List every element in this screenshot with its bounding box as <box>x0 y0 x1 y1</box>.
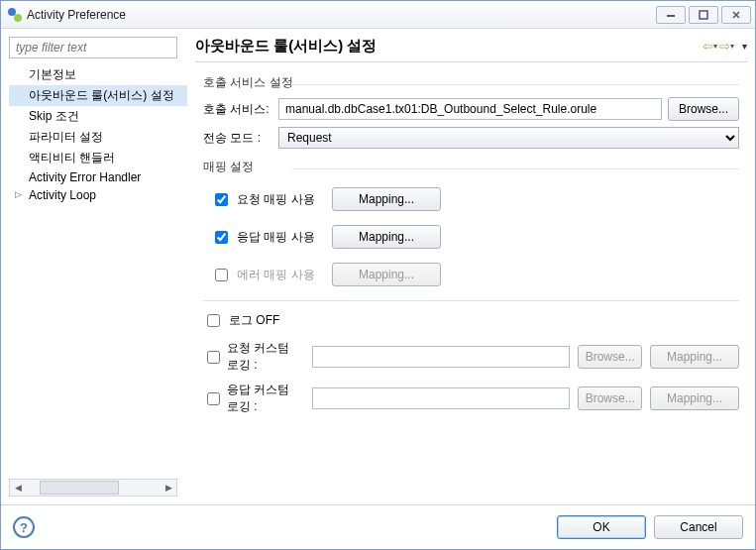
log-off-checkbox[interactable] <box>207 314 220 327</box>
error-mapping-text: 에러 매핑 사용 <box>237 267 315 283</box>
log-group: 로그 OFF 요청 커스텀 로깅 : Browse... Mapping... <box>203 311 739 415</box>
mode-select[interactable]: Request <box>278 127 739 149</box>
tree-item[interactable]: Skip 조건 <box>9 106 187 127</box>
request-logging-mapping-button[interactable]: Mapping... <box>650 345 739 369</box>
service-row: 호출 서비스: Browse... <box>203 97 739 121</box>
response-logging-input[interactable] <box>312 387 570 409</box>
response-mapping-checkbox-label[interactable]: 응답 매핑 사용 <box>211 228 320 247</box>
separator <box>203 300 739 301</box>
horizontal-scrollbar[interactable]: ◀ ▶ <box>9 479 177 496</box>
page-title: 아웃바운드 룰(서비스) 설정 <box>195 37 702 55</box>
service-label: 호출 서비스: <box>203 101 272 118</box>
svg-rect-0 <box>667 15 675 17</box>
request-logging-browse-button[interactable]: Browse... <box>578 345 642 369</box>
help-button[interactable]: ? <box>13 516 35 538</box>
forward-icon[interactable]: ⇨ <box>719 39 730 54</box>
tree-item[interactable]: Activity Loop <box>9 186 187 204</box>
content-area: 호출 서비스 설정 호출 서비스: Browse... 전송 모드 : Requ… <box>195 70 747 496</box>
error-mapping-button[interactable]: Mapping... <box>332 263 441 286</box>
service-input[interactable] <box>278 98 662 120</box>
tree-item[interactable]: 아웃바운드 룰(서비스) 설정 <box>9 85 187 106</box>
ok-button[interactable]: OK <box>557 515 646 539</box>
maximize-icon <box>699 10 708 20</box>
service-browse-button[interactable]: Browse... <box>668 97 739 121</box>
tree-item[interactable]: 기본정보 <box>9 64 187 85</box>
page-header: 아웃바운드 룰(서비스) 설정 ⇦ ▾ ⇨ ▾ ▾ <box>195 37 747 62</box>
call-service-group: 호출 서비스 설정 호출 서비스: Browse... 전송 모드 : Requ… <box>203 74 739 149</box>
response-logging-label[interactable]: 응답 커스텀 로깅 : <box>203 382 304 415</box>
response-logging-browse-button[interactable]: Browse... <box>578 386 642 410</box>
request-logging-input[interactable] <box>312 346 570 368</box>
minimize-button[interactable] <box>656 6 686 24</box>
request-mapping-button[interactable]: Mapping... <box>332 187 441 211</box>
nav-tree[interactable]: 기본정보아웃바운드 룰(서비스) 설정Skip 조건파라미터 설정액티비티 핸들… <box>9 62 187 479</box>
titlebar: Activity Preference <box>1 1 755 29</box>
request-logging-text: 요청 커스텀 로깅 : <box>227 340 304 374</box>
log-off-text: 로그 OFF <box>229 312 279 329</box>
request-logging-checkbox[interactable] <box>207 351 220 364</box>
close-button[interactable] <box>721 6 751 24</box>
maximize-button[interactable] <box>689 6 718 24</box>
log-off-checkbox-label[interactable]: 로그 OFF <box>203 311 312 330</box>
help-icon: ? <box>20 520 28 535</box>
dialog-footer: ? OK Cancel <box>1 504 755 549</box>
cancel-button[interactable]: Cancel <box>654 515 743 539</box>
window-title: Activity Preference <box>23 8 656 22</box>
request-mapping-text: 요청 매핑 사용 <box>237 191 315 208</box>
back-icon[interactable]: ⇦ <box>702 39 713 54</box>
tree-item[interactable]: 파라미터 설정 <box>9 127 187 148</box>
response-logging-checkbox[interactable] <box>207 392 220 405</box>
response-mapping-row: 응답 매핑 사용 Mapping... <box>211 225 739 249</box>
app-icon <box>7 7 23 23</box>
sidebar: 기본정보아웃바운드 룰(서비스) 설정Skip 조건파라미터 설정액티비티 핸들… <box>9 37 187 496</box>
response-mapping-checkbox[interactable] <box>215 231 228 244</box>
call-service-group-title: 호출 서비스 설정 <box>203 74 739 93</box>
response-mapping-text: 응답 매핑 사용 <box>237 229 315 246</box>
svg-rect-1 <box>700 11 707 19</box>
response-logging-mapping-button[interactable]: Mapping... <box>650 386 739 410</box>
dialog-body: 기본정보아웃바운드 룰(서비스) 설정Skip 조건파라미터 설정액티비티 핸들… <box>1 29 755 504</box>
tree-item[interactable]: 액티비티 핸들러 <box>9 148 187 168</box>
minimize-icon <box>666 10 676 20</box>
response-logging-row: 응답 커스텀 로깅 : Browse... Mapping... <box>203 382 739 415</box>
mode-label: 전송 모드 : <box>203 130 272 147</box>
tree-item[interactable]: Activity Error Handler <box>9 168 187 186</box>
request-mapping-checkbox-label[interactable]: 요청 매핑 사용 <box>211 190 320 209</box>
request-mapping-row: 요청 매핑 사용 Mapping... <box>211 187 739 211</box>
mode-row: 전송 모드 : Request <box>203 127 739 149</box>
filter-input[interactable] <box>9 37 177 58</box>
scroll-right-icon[interactable]: ▶ <box>161 480 176 495</box>
back-menu-icon[interactable]: ▾ <box>713 42 717 51</box>
dialog-window: Activity Preference 기본정보아웃바운드 룰(서비스) 설정S… <box>0 0 756 550</box>
request-mapping-checkbox[interactable] <box>215 193 228 206</box>
close-icon <box>731 10 741 20</box>
nav-history: ⇦ ▾ ⇨ ▾ ▾ <box>702 39 747 54</box>
response-mapping-button[interactable]: Mapping... <box>332 225 441 249</box>
response-logging-text: 응답 커스텀 로깅 : <box>227 382 304 415</box>
request-logging-label[interactable]: 요청 커스텀 로깅 : <box>203 340 304 374</box>
error-mapping-checkbox[interactable] <box>215 269 228 281</box>
mapping-group-title: 매핑 설정 <box>203 159 739 177</box>
mapping-group: 매핑 설정 요청 매핑 사용 Mapping... 응답 매핑 사용 <box>203 159 739 286</box>
main-panel: 아웃바운드 룰(서비스) 설정 ⇦ ▾ ⇨ ▾ ▾ 호출 서비스 설정 호출 서… <box>187 37 747 496</box>
error-mapping-checkbox-label[interactable]: 에러 매핑 사용 <box>211 266 320 284</box>
forward-menu-icon[interactable]: ▾ <box>730 42 734 51</box>
scroll-left-icon[interactable]: ◀ <box>10 480 26 495</box>
error-mapping-row: 에러 매핑 사용 Mapping... <box>211 263 739 286</box>
scroll-thumb[interactable] <box>40 481 119 495</box>
window-controls <box>656 6 751 24</box>
view-menu-icon[interactable]: ▾ <box>742 41 747 52</box>
request-logging-row: 요청 커스텀 로깅 : Browse... Mapping... <box>203 340 739 374</box>
